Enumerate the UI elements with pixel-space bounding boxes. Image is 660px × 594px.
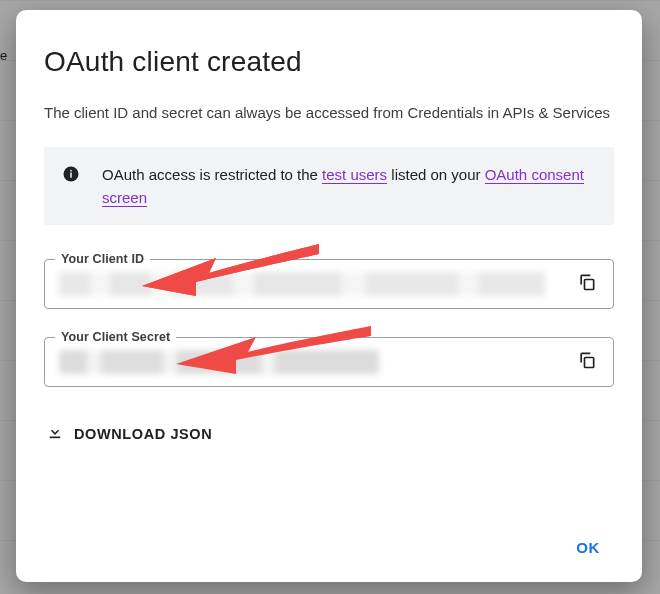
download-icon <box>46 423 64 444</box>
client-id-value <box>59 272 571 296</box>
download-json-button[interactable]: Download JSON <box>44 417 614 450</box>
dialog-subtitle: The client ID and secret can always be a… <box>44 102 614 125</box>
copy-icon <box>577 350 597 374</box>
svg-rect-5 <box>50 437 61 439</box>
client-secret-field: Your Client Secret <box>44 337 614 387</box>
client-id-field: Your Client ID <box>44 259 614 309</box>
download-json-label: Download JSON <box>74 426 212 442</box>
client-secret-value <box>59 350 407 374</box>
copy-client-id-button[interactable] <box>571 268 603 300</box>
notice-prefix: OAuth access is restricted to the <box>102 166 322 183</box>
test-users-link[interactable]: test users <box>322 166 387 184</box>
oauth-created-dialog: OAuth client created The client ID and s… <box>16 10 642 582</box>
svg-rect-1 <box>70 172 72 177</box>
ok-button[interactable]: OK <box>562 531 614 564</box>
info-icon <box>62 165 80 183</box>
dialog-title: OAuth client created <box>44 46 614 78</box>
notice-text: OAuth access is restricted to the test u… <box>102 163 596 210</box>
notice-mid: listed on your <box>387 166 485 183</box>
client-id-label: Your Client ID <box>55 252 150 266</box>
copy-client-secret-button[interactable] <box>571 346 603 378</box>
client-secret-label: Your Client Secret <box>55 330 176 344</box>
svg-rect-4 <box>585 358 594 368</box>
copy-icon <box>577 272 597 296</box>
svg-rect-2 <box>70 169 72 171</box>
restricted-access-notice: OAuth access is restricted to the test u… <box>44 147 614 226</box>
svg-rect-3 <box>585 280 594 290</box>
dialog-actions: OK <box>44 531 614 564</box>
